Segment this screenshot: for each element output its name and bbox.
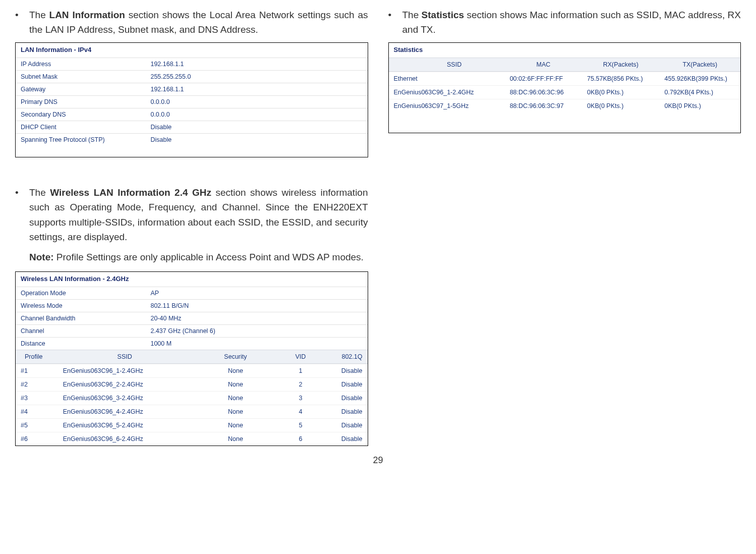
cell-security: None [192,432,279,446]
statistics-text: The Statistics section shows Mac informa… [402,8,741,37]
cell-vid: 1 [279,364,322,377]
cell-ssid: EnGenius063C96_2-2.4GHz [58,378,192,391]
row-label: Wireless Mode [21,302,150,309]
cell-rx: 0KB(0 PKts.) [582,99,659,113]
text-bold: LAN Information [49,10,125,20]
table-row: Operation ModeAP [16,287,368,299]
cell-vid: 6 [279,432,322,446]
row-value: AP [150,290,362,297]
ssid-row: #6EnGenius063C96_6-2.4GHzNone6Disable [16,432,368,446]
cell-vid: 3 [279,392,322,405]
row-label: IP Address [21,61,150,68]
row-label: Secondary DNS [21,111,150,118]
row-value: 1000 M [150,340,362,347]
col-header-ssid: SSID [58,350,192,363]
cell-ssid: EnGenius063C96_5-2.4GHz [58,419,192,432]
cell-security: None [192,378,279,391]
cell-mac: 00:02:6F:FF:FF:FF [505,72,582,85]
table-row: Gateway192.168.1.1 [16,83,368,95]
row-label: Primary DNS [21,98,150,105]
row-value: 802.11 B/G/N [150,302,362,309]
row-label: Operation Mode [21,290,150,297]
cell-security: None [192,364,279,377]
wlan-info-description: • The Wireless LAN Information 2.4 GHz s… [15,185,368,245]
row-value: 255.255.255.0 [150,73,362,80]
lan-info-panel: LAN Information - IPv4 IP Address192.168… [15,42,368,157]
wlan-info-text: The Wireless LAN Information 2.4 GHz sec… [29,185,368,245]
ssid-row: #1EnGenius063C96_1-2.4GHzNone1Disable [16,364,368,377]
table-row: Channel Bandwidth20-40 MHz [16,312,368,324]
col-header-vid: VID [279,350,322,363]
row-value: Disable [150,136,362,143]
cell-ssid: EnGenius063C96_4-2.4GHz [58,405,192,418]
cell-security: None [192,405,279,418]
panel-title: LAN Information - IPv4 [16,43,368,58]
table-row: Spanning Tree Protocol (STP)Disable [16,133,368,146]
cell-ssid: EnGenius063C96_1-2.4GHz [58,364,192,377]
cell-8021q: Disable [322,364,368,377]
table-row: Distance1000 M [16,337,368,350]
cell-ssid: EnGenius063C96_1-2.4GHz [389,86,505,99]
cell-security: None [192,392,279,405]
cell-vid: 5 [279,419,322,432]
cell-vid: 4 [279,405,322,418]
lan-info-text: The LAN Information section shows the Lo… [29,8,368,37]
ssid-row: #2EnGenius063C96_2-2.4GHzNone2Disable [16,377,368,391]
cell-8021q: Disable [322,392,368,405]
stats-row: Ethernet00:02:6F:FF:FF:FF75.57KB(856 PKt… [389,72,741,85]
row-value: 2.437 GHz (Channel 6) [150,327,362,335]
stats-row: EnGenius063C97_1-5GHz88:DC:96:06:3C:970K… [389,99,741,113]
row-value: 192.168.1.1 [150,86,362,93]
bullet-icon: • [15,185,21,245]
wlan-info-panel: Wireless LAN Information - 2.4GHz Operat… [15,271,368,446]
ssid-row: #4EnGenius063C96_4-2.4GHzNone4Disable [16,405,368,418]
cell-tx: 455.926KB(399 PKts.) [660,72,740,85]
text-bold: Note: [29,252,54,262]
cell-8021q: Disable [322,405,368,418]
ssid-table-header: Profile SSID Security VID 802.1Q [16,350,368,364]
cell-rx: 75.57KB(856 PKts.) [582,72,659,85]
row-value: 0.0.0.0 [150,111,362,118]
col-header-security: Security [192,350,279,363]
text-bold: Wireless LAN Information 2.4 GHz [50,187,211,198]
row-label: DHCP Client [21,124,150,131]
panel-title: Wireless LAN Information - 2.4GHz [16,272,368,287]
row-label: Distance [21,340,150,347]
cell-profile: #6 [16,432,58,446]
text-segment: The [29,10,49,20]
lan-info-description: • The LAN Information section shows the … [15,8,368,37]
cell-profile: #1 [16,364,58,377]
page-number: 29 [15,455,741,466]
cell-8021q: Disable [322,432,368,446]
note-text: Note: Profile Settings are only applicab… [15,250,368,264]
cell-tx: 0KB(0 PKts.) [660,99,740,113]
row-value: 192.168.1.1 [150,61,362,68]
text-segment: The [29,187,50,198]
stats-row: EnGenius063C96_1-2.4GHz88:DC:96:06:3C:96… [389,85,741,99]
ssid-row: #5EnGenius063C96_5-2.4GHzNone5Disable [16,418,368,432]
cell-rx: 0KB(0 PKts.) [582,86,659,99]
text-segment: Profile Settings are only applicable in … [54,252,364,262]
row-label: Gateway [21,86,150,93]
cell-mac: 88:DC:96:06:3C:97 [505,99,582,113]
text-bold: Statistics [422,10,464,20]
row-label: Channel [21,327,150,335]
cell-profile: #2 [16,378,58,391]
ssid-row: #3EnGenius063C96_3-2.4GHzNone3Disable [16,391,368,405]
cell-tx: 0.792KB(4 PKts.) [660,86,740,99]
table-row: DHCP ClientDisable [16,121,368,133]
cell-ssid: EnGenius063C96_3-2.4GHz [58,392,192,405]
statistics-description: • The Statistics section shows Mac infor… [388,8,741,37]
cell-profile: #4 [16,405,58,418]
row-label: Spanning Tree Protocol (STP) [21,136,150,143]
table-row: Secondary DNS0.0.0.0 [16,108,368,121]
table-row: Channel2.437 GHz (Channel 6) [16,324,368,337]
bullet-icon: • [15,8,21,37]
row-value: 20-40 MHz [150,315,362,322]
col-header-profile: Profile [16,350,58,363]
table-row: Primary DNS0.0.0.0 [16,95,368,108]
table-row: Subnet Mask255.255.255.0 [16,70,368,83]
cell-profile: #5 [16,419,58,432]
cell-security: None [192,419,279,432]
bullet-icon: • [388,8,394,37]
